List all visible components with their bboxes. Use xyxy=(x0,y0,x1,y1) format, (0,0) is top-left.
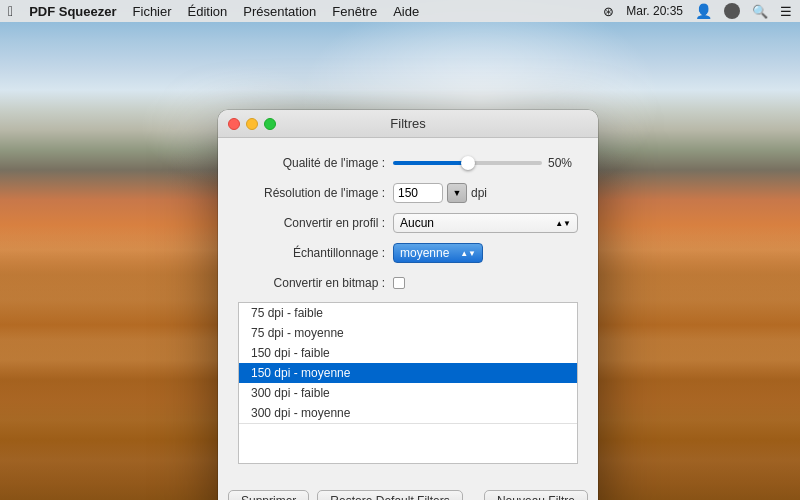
new-filter-button[interactable]: Nouveau Filtre xyxy=(484,490,588,500)
filter-item-1[interactable]: 75 dpi - moyenne xyxy=(239,323,577,343)
resolution-value: 150 xyxy=(398,186,418,200)
maximize-button[interactable] xyxy=(264,118,276,130)
resolution-row: Résolution de l'image : 150 ▼ dpi xyxy=(238,182,578,204)
filter-item-2[interactable]: 150 dpi - faible xyxy=(239,343,577,363)
menubar-right: ⊛ Mar. 20:35 👤 🔍 ☰ xyxy=(603,3,792,19)
image-quality-row: Qualité de l'image : 50% xyxy=(238,152,578,174)
filter-item-3[interactable]: 150 dpi - moyenne xyxy=(239,363,577,383)
filter-item-5[interactable]: 300 dpi - moyenne xyxy=(239,403,577,423)
slider-thumb[interactable] xyxy=(461,156,475,170)
minimize-button[interactable] xyxy=(246,118,258,130)
dialog-footer: Supprimer Restore Default Filters Nouvea… xyxy=(218,482,598,500)
filter-item-0[interactable]: 75 dpi - faible xyxy=(239,303,577,323)
bitmap-control xyxy=(393,277,578,289)
menubar:  PDF Squeezer Fichier Édition Présentat… xyxy=(0,0,800,22)
resolution-input[interactable]: 150 xyxy=(393,183,443,203)
convert-profile-row: Convertir en profil : Aucun ▲▼ xyxy=(238,212,578,234)
convert-profile-value: Aucun xyxy=(400,216,434,230)
sampling-arrow: ▲▼ xyxy=(460,249,476,258)
bitmap-checkbox[interactable] xyxy=(393,277,405,289)
app-name-menu[interactable]: PDF Squeezer xyxy=(29,4,116,19)
window-controls xyxy=(228,118,276,130)
convert-profile-label: Convertir en profil : xyxy=(238,216,393,230)
convert-profile-select[interactable]: Aucun ▲▼ xyxy=(393,213,578,233)
filtres-dialog: Filtres Qualité de l'image : 50% Résolut… xyxy=(218,110,598,500)
close-button[interactable] xyxy=(228,118,240,130)
resolution-arrow-btn[interactable]: ▼ xyxy=(447,183,467,203)
bitmap-row: Convertir en bitmap : xyxy=(238,272,578,294)
menu-fenetre[interactable]: Fenêtre xyxy=(332,4,377,19)
account-icon xyxy=(724,3,740,19)
sampling-select[interactable]: moyenne ▲▼ xyxy=(393,243,483,263)
convert-profile-control: Aucun ▲▼ xyxy=(393,213,578,233)
dialog-titlebar: Filtres xyxy=(218,110,598,138)
search-icon[interactable]: 🔍 xyxy=(752,4,768,19)
restore-button[interactable]: Restore Default Filters xyxy=(317,490,462,500)
footer-left-buttons: Supprimer Restore Default Filters xyxy=(228,490,463,500)
menubar-left:  PDF Squeezer Fichier Édition Présentat… xyxy=(8,3,603,19)
resolution-label: Résolution de l'image : xyxy=(238,186,393,200)
convert-profile-arrow: ▲▼ xyxy=(555,219,571,228)
menu-presentation[interactable]: Présentation xyxy=(243,4,316,19)
dialog-title: Filtres xyxy=(390,116,425,131)
datetime: Mar. 20:35 xyxy=(626,4,683,18)
menu-icon[interactable]: ☰ xyxy=(780,4,792,19)
menu-aide[interactable]: Aide xyxy=(393,4,419,19)
bitmap-label: Convertir en bitmap : xyxy=(238,276,393,290)
user-icon: 👤 xyxy=(695,3,712,19)
filter-list-spacer xyxy=(239,423,577,463)
sampling-row: Échantillonnage : moyenne ▲▼ xyxy=(238,242,578,264)
apple-menu[interactable]:  xyxy=(8,3,13,19)
dpi-unit: dpi xyxy=(471,186,487,200)
filter-list: 75 dpi - faible 75 dpi - moyenne 150 dpi… xyxy=(238,302,578,464)
menu-fichier[interactable]: Fichier xyxy=(133,4,172,19)
sampling-label: Échantillonnage : xyxy=(238,246,393,260)
image-quality-control: 50% xyxy=(393,156,578,170)
resolution-control: 150 ▼ dpi xyxy=(393,183,578,203)
delete-button[interactable]: Supprimer xyxy=(228,490,309,500)
image-quality-label: Qualité de l'image : xyxy=(238,156,393,170)
dialog-body: Qualité de l'image : 50% Résolution de l… xyxy=(218,138,598,482)
image-quality-slider[interactable] xyxy=(393,161,542,165)
sampling-value: moyenne xyxy=(400,246,449,260)
sampling-control: moyenne ▲▼ xyxy=(393,243,578,263)
menu-edition[interactable]: Édition xyxy=(188,4,228,19)
image-quality-slider-container xyxy=(393,161,542,165)
image-quality-value: 50% xyxy=(548,156,578,170)
wifi-icon: ⊛ xyxy=(603,4,614,19)
filter-item-4[interactable]: 300 dpi - faible xyxy=(239,383,577,403)
